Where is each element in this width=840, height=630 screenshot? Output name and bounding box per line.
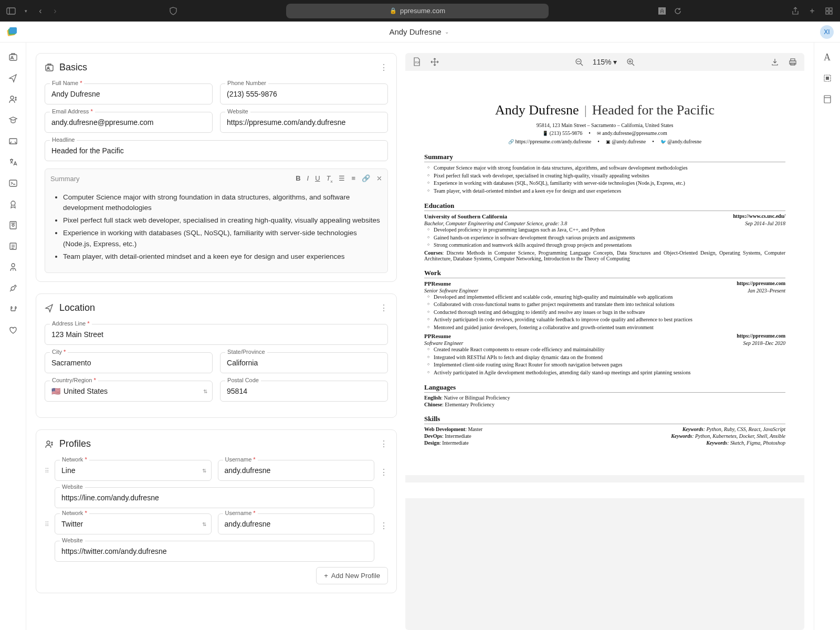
underline-icon[interactable]: U bbox=[315, 174, 320, 184]
svg-point-16 bbox=[11, 201, 15, 205]
education-nav-icon[interactable] bbox=[8, 115, 18, 125]
url-text: ppresume.com bbox=[400, 7, 445, 15]
print-icon[interactable] bbox=[789, 58, 797, 66]
drag-handle-icon[interactable]: ⠿ bbox=[45, 460, 49, 475]
headline-input[interactable] bbox=[45, 140, 388, 161]
section-menu-icon[interactable]: ⋮ bbox=[380, 439, 388, 449]
profile-menu-icon[interactable]: ⋮ bbox=[380, 513, 388, 531]
unlink-icon[interactable]: ⤫ bbox=[376, 174, 382, 184]
state-input[interactable] bbox=[220, 352, 388, 373]
basics-title: Basics bbox=[59, 62, 374, 73]
network-select[interactable]: Line bbox=[55, 460, 212, 481]
typography-icon[interactable]: A bbox=[822, 52, 833, 62]
email-icon: ✉ bbox=[597, 131, 601, 136]
svg-rect-0 bbox=[7, 8, 15, 14]
address-input[interactable] bbox=[45, 324, 388, 345]
forward-icon: › bbox=[50, 6, 60, 16]
pdf-icon[interactable]: PDF bbox=[413, 57, 421, 67]
ul-icon[interactable]: ☰ bbox=[339, 174, 345, 184]
country-select[interactable]: 🇺🇸 United States bbox=[45, 381, 213, 402]
city-label: City * bbox=[50, 349, 68, 355]
shield-icon[interactable] bbox=[169, 6, 178, 16]
sidebar-toggle-icon[interactable] bbox=[6, 6, 16, 16]
username-label: Username * bbox=[223, 510, 258, 516]
network-select[interactable]: Twitter bbox=[55, 513, 212, 534]
add-profile-button[interactable]: + Add New Profile bbox=[316, 567, 388, 584]
username-input[interactable] bbox=[218, 513, 375, 534]
drag-handle-icon[interactable]: ⠿ bbox=[45, 513, 49, 528]
email-input[interactable] bbox=[45, 112, 213, 133]
link-icon[interactable]: 🔗 bbox=[362, 174, 370, 184]
download-icon[interactable] bbox=[771, 58, 779, 66]
tabs-icon[interactable] bbox=[824, 6, 834, 16]
section-menu-icon[interactable]: ⋮ bbox=[380, 62, 388, 72]
skills-heading: Skills bbox=[424, 415, 785, 424]
section-menu-icon[interactable]: ⋮ bbox=[380, 303, 388, 313]
svg-rect-44 bbox=[824, 96, 831, 103]
address-label: Address Line * bbox=[50, 320, 92, 327]
document-title[interactable]: Andy Dufresne ⌄ bbox=[18, 27, 820, 36]
back-icon[interactable]: ‹ bbox=[36, 6, 45, 16]
move-icon[interactable] bbox=[430, 58, 439, 66]
svg-rect-17 bbox=[10, 222, 16, 229]
profile-menu-icon[interactable]: ⋮ bbox=[380, 460, 388, 477]
profile-website-input[interactable] bbox=[55, 541, 374, 562]
volunteer-nav-icon[interactable] bbox=[8, 325, 18, 335]
doc-name: Andy Dufresne bbox=[495, 102, 579, 118]
profile-item: ⠿ Network * Twitter ⇅ Username * Website… bbox=[45, 513, 388, 562]
italic-icon[interactable]: I bbox=[307, 174, 309, 184]
profiles-nav-icon[interactable] bbox=[8, 94, 18, 104]
state-label: State/Province bbox=[225, 349, 267, 355]
plus-icon: + bbox=[324, 572, 328, 580]
email-label: Email Address * bbox=[50, 108, 95, 114]
postal-label: Postal Code bbox=[225, 377, 261, 383]
user-avatar[interactable]: XI bbox=[820, 25, 834, 39]
next-page bbox=[405, 482, 804, 498]
app-logo[interactable] bbox=[6, 26, 18, 38]
website-input[interactable] bbox=[220, 112, 388, 133]
url-bar[interactable]: 🔒 ppresume.com bbox=[286, 4, 549, 18]
template-icon[interactable] bbox=[822, 94, 833, 104]
references-nav-icon[interactable] bbox=[8, 262, 18, 272]
profile-website-input[interactable] bbox=[55, 487, 374, 508]
languages-nav-icon[interactable] bbox=[8, 157, 18, 167]
doc-headline: Headed for the Pacific bbox=[592, 102, 715, 118]
certificates-nav-icon[interactable] bbox=[8, 220, 18, 230]
preview-scroll[interactable]: Andy Dufresne | Headed for the Pacific 9… bbox=[405, 71, 804, 630]
phone-input[interactable] bbox=[220, 83, 388, 104]
terminal-nav-icon[interactable] bbox=[8, 178, 18, 188]
location-title: Location bbox=[59, 302, 374, 313]
new-tab-icon[interactable]: + bbox=[807, 6, 817, 16]
summary-content[interactable]: Computer Science major with strong found… bbox=[50, 189, 382, 268]
clear-format-icon[interactable]: Tx bbox=[327, 174, 333, 184]
publications-nav-icon[interactable] bbox=[8, 241, 18, 251]
share-icon[interactable] bbox=[791, 6, 800, 16]
zoom-in-icon[interactable] bbox=[626, 58, 635, 66]
projects-nav-icon[interactable] bbox=[8, 283, 18, 293]
layout-icon[interactable] bbox=[822, 73, 833, 83]
postal-input[interactable] bbox=[220, 381, 388, 402]
translate-icon[interactable]: 🅰 bbox=[657, 6, 667, 16]
flag-icon: 🇺🇸 bbox=[51, 387, 60, 395]
resume-document: Andy Dufresne | Headed for the Pacific 9… bbox=[405, 71, 804, 475]
chevron-down-icon[interactable]: ▾ bbox=[21, 6, 30, 16]
full-name-label: Full Name * bbox=[50, 80, 84, 86]
basics-nav-icon[interactable] bbox=[8, 52, 18, 62]
network-label: Network * bbox=[60, 456, 89, 463]
editor-column: Basics ⋮ Full Name * Phone Number Ema bbox=[36, 53, 397, 630]
full-name-input[interactable] bbox=[45, 83, 213, 104]
location-nav-icon[interactable] bbox=[8, 73, 18, 83]
city-input[interactable] bbox=[45, 352, 213, 373]
zoom-out-icon[interactable] bbox=[575, 58, 583, 66]
work-nav-icon[interactable] bbox=[8, 136, 18, 146]
ol-icon[interactable]: ≡ bbox=[351, 174, 355, 184]
interests-nav-icon[interactable] bbox=[8, 304, 18, 314]
profile-website-label: Website bbox=[60, 484, 85, 490]
awards-nav-icon[interactable] bbox=[8, 199, 18, 209]
username-input[interactable] bbox=[218, 460, 375, 481]
bold-icon[interactable]: B bbox=[296, 174, 300, 184]
doc-address: 95814, 123 Main Street – Sacramento – Ca… bbox=[424, 121, 785, 129]
zoom-level[interactable]: 115% ▾ bbox=[593, 58, 617, 66]
lock-icon: 🔒 bbox=[390, 7, 397, 14]
refresh-icon[interactable] bbox=[673, 6, 682, 16]
